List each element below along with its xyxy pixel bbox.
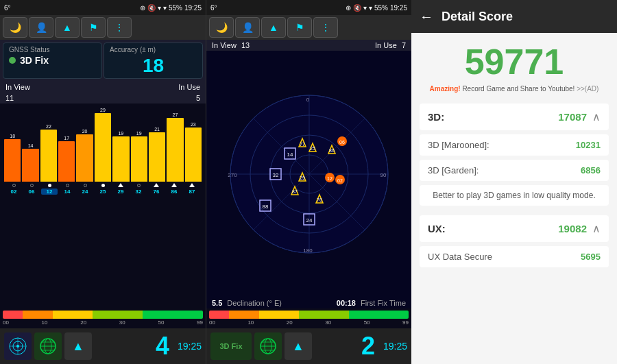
inview-label-1: In View: [5, 83, 30, 91]
toolbar-btn-flag-2[interactable]: ⚑: [287, 17, 312, 38]
bar-top-label-25: 29: [100, 108, 106, 112]
snr2-label-99: 99: [402, 319, 409, 326]
bottom-toolbar-1: ▲ 4 19:25: [0, 328, 206, 364]
declination-label: Declination (° E): [227, 299, 282, 307]
sat-num-12: 12: [41, 189, 58, 195]
bar-item-29: 19: [112, 131, 129, 182]
snr-orange: [23, 311, 53, 319]
snr2-label-50: 50: [364, 319, 370, 326]
status-signal-icon: ▾: [163, 4, 167, 12]
dot-empty-14: [66, 184, 69, 187]
bar-item-32: 19: [131, 131, 147, 182]
fixtime-value: 00:18: [337, 299, 356, 307]
bottom-icon-nav[interactable]: ▲: [64, 332, 92, 360]
bottom-icon-globe[interactable]: [34, 332, 62, 360]
bottom-icon-radar[interactable]: [4, 332, 32, 360]
toolbar-btn-nav-2[interactable]: ▲: [261, 17, 286, 38]
status-battery-2: 55%: [374, 4, 388, 12]
toolbar-btn-more-2[interactable]: ⋮: [313, 17, 338, 38]
sat-num-86: 86: [166, 189, 182, 195]
bars-container: 1814221720291919212723: [3, 106, 203, 182]
toolbar-btn-nav[interactable]: ▲: [55, 17, 80, 38]
svg-text:32: 32: [272, 172, 278, 178]
score-section-3d-header[interactable]: 3D: 17087 ∧: [428, 110, 601, 123]
snr-yellow-green: [93, 311, 143, 319]
status-mute-icon-2: 🔇: [353, 4, 361, 12]
snr-section-2: 00 10 20 30 50 99: [206, 308, 411, 328]
fixtime-label: First Fix Time: [361, 299, 406, 307]
score-ux-datasecure-value: 5695: [581, 252, 601, 262]
status-battery-1: 55%: [169, 4, 182, 12]
toolbar-btn-more[interactable]: ⋮: [107, 17, 132, 38]
bottom-icon-nav-2[interactable]: ▲: [285, 332, 312, 360]
svg-text:12: 12: [327, 176, 332, 181]
snr-green: [143, 311, 203, 319]
panel-gnss: 6° ⊕ 🔇 ▾ ▾ 55% 19:25 🌙 👤 ▲ ⚑ ⋮ GNSS Stat…: [0, 0, 206, 364]
toolbar-btn-flag[interactable]: ⚑: [81, 17, 106, 38]
inuse-label-2: In Use 7: [375, 41, 406, 49]
bar-top-label-14: 17: [64, 136, 69, 141]
snr2-label-20: 20: [287, 319, 293, 326]
triangle-86: [171, 183, 177, 187]
back-button[interactable]: ←: [420, 9, 433, 25]
chevron-3d: ∧: [592, 110, 601, 123]
ad-text: Amazing!: [430, 85, 461, 93]
status-temp-2: 6°: [210, 4, 217, 12]
status-time-1: 19:25: [184, 4, 202, 12]
bar-item-24: 20: [76, 129, 93, 182]
status-temp-1: 6°: [4, 4, 11, 12]
ad-banner[interactable]: Amazing! Record Game and Share to Youtub…: [420, 85, 609, 93]
toolbar-btn-person[interactable]: 👤: [29, 17, 53, 38]
snr2-label-10: 10: [247, 319, 254, 326]
score-section-ux-header[interactable]: UX: 19082 ∧: [428, 222, 601, 235]
bar-item-12: 22: [40, 124, 57, 182]
svg-text:76: 76: [317, 197, 322, 202]
score-3d-marooned: 3D [Marooned]: 10231: [420, 134, 609, 156]
inview-values-1: 11 5: [0, 93, 206, 104]
bottom-time-2: 19:25: [383, 341, 407, 352]
snr-bar-1: [3, 311, 203, 319]
bar-indicator-14: [59, 184, 75, 187]
score-3d-label: 3D:: [428, 111, 444, 123]
bottom-big-number-1: 4: [156, 334, 169, 359]
snr-label-30: 30: [119, 319, 125, 326]
bar-indicator-02: [5, 184, 22, 187]
score-section-3d: 3D: 17087 ∧: [420, 104, 609, 130]
toolbar-btn-moon[interactable]: 🌙: [3, 17, 27, 38]
bar-rect-86: [167, 118, 183, 182]
score-3d-garden-value: 6856: [581, 165, 601, 175]
snr-green-2: [349, 311, 409, 319]
inuse-label-1: In Use: [178, 83, 200, 91]
detail-content: 59771 Amazing! Record Game and Share to …: [411, 33, 617, 364]
toolbar-btn-person-2[interactable]: 👤: [235, 17, 260, 38]
note-text-3d: Better to play 3D games in low quality m…: [428, 191, 601, 200]
snr-red: [3, 311, 23, 319]
panel-radar: 6° ⊕ 🔇 ▾ ▾ 55% 19:25 🌙 👤 ▲ ⚑ ⋮ In View 1…: [206, 0, 411, 364]
status-right-1: ⊕ 🔇 ▾ ▾ 55% 19:25: [140, 4, 202, 12]
bar-indicator-76: [148, 183, 165, 187]
gnss-row: GNSS Status 3D Fix Accuracy (± m) 18: [0, 40, 206, 82]
bar-top-label-02: 18: [10, 134, 15, 138]
bar-rect-76: [149, 132, 165, 182]
snr-bar-2: [209, 311, 409, 319]
bottom-icon-globe-2[interactable]: [254, 332, 282, 360]
bar-rect-06: [22, 149, 38, 182]
status-signal-icon-2: ▾: [369, 4, 372, 12]
toolbar-btn-moon-2[interactable]: 🌙: [209, 17, 234, 38]
bar-item-02: 18: [4, 134, 21, 182]
bar-chart: 1814221720291919212723 02061214242529327…: [0, 104, 206, 308]
snr-section-1: 00 10 20 30 50 99: [0, 308, 206, 328]
bar-top-label-24: 20: [82, 129, 88, 134]
inview-row-2: In View 13 In Use 7: [206, 40, 411, 51]
score-ux-value: 19082: [558, 223, 587, 234]
status-wifi-icon-2: ▾: [363, 4, 367, 12]
gnss-status-label: GNSS Status: [9, 46, 96, 53]
gnss-status-text: 3D Fix: [20, 55, 49, 66]
snr2-label-0: 00: [209, 319, 215, 326]
spacer-1: [420, 210, 609, 215]
score-3d-garden-label: 3D [Garden]:: [428, 165, 479, 175]
status-bar-1: 6° ⊕ 🔇 ▾ ▾ 55% 19:25: [0, 0, 206, 15]
dot-empty-24: [84, 184, 87, 187]
fixtime-box: 00:18 First Fix Time: [337, 299, 406, 307]
score-ux-datasecure: UX Data Secure 5695: [420, 246, 609, 267]
